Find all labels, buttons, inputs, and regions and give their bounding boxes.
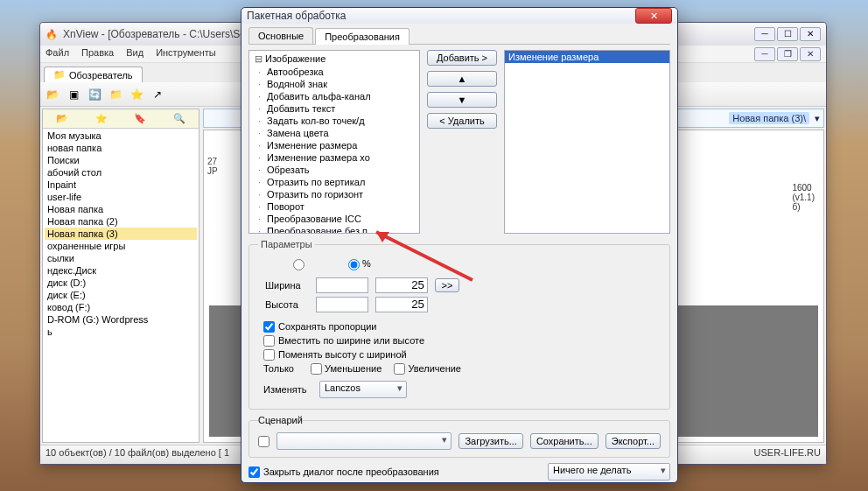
radio-pixels[interactable]: [293, 258, 304, 270]
height-pct-input[interactable]: [375, 297, 428, 312]
fav-folders-icon[interactable]: 📂: [56, 113, 68, 124]
breadcrumb-current[interactable]: Новая папка (3)\: [729, 112, 809, 124]
width-px-input[interactable]: [316, 277, 368, 293]
mdi-close[interactable]: ✕: [800, 47, 821, 61]
scenario-save-button[interactable]: Сохранить...: [530, 433, 598, 449]
close-button[interactable]: ✕: [800, 27, 821, 41]
transform-tree[interactable]: ИзображениеАвтообрезкаВодяной знакДобави…: [248, 50, 420, 234]
tree-node[interactable]: Автообрезка: [251, 66, 416, 78]
folder-item[interactable]: сылки: [45, 252, 197, 264]
folder-item[interactable]: диск (E:): [45, 289, 197, 301]
folder-item[interactable]: Новая папка (2): [45, 215, 197, 228]
selected-ops-list[interactable]: Изменение размера: [504, 50, 670, 234]
status-left: 10 объект(ов) / 10 файл(ов) выделено [ 1: [46, 447, 229, 462]
thumb-dim: б): [792, 202, 815, 212]
width-pct-input[interactable]: [375, 277, 428, 293]
tree-node[interactable]: Изображение: [251, 53, 416, 66]
scenario-enable-checkbox[interactable]: [258, 436, 270, 447]
menu-file[interactable]: Файл: [46, 47, 69, 60]
tree-node[interactable]: Преобразование без п: [251, 225, 416, 234]
only-decrease-checkbox[interactable]: Уменьшение: [311, 363, 382, 375]
keep-ratio-checkbox[interactable]: Сохранять пропорции: [263, 321, 661, 333]
tab-transforms[interactable]: Преобразования: [315, 28, 410, 45]
menu-view[interactable]: Вид: [126, 47, 144, 60]
folder-item[interactable]: ндекс.Диск: [45, 264, 197, 277]
mdi-restore[interactable]: ❐: [777, 47, 798, 61]
scenario-load-button[interactable]: Загрузить...: [458, 433, 522, 449]
height-label: Высота: [265, 299, 309, 310]
tree-node[interactable]: Поворот: [251, 200, 416, 213]
selected-op[interactable]: Изменение размера: [505, 51, 669, 63]
tree-node[interactable]: Преобразование ICC: [251, 213, 416, 225]
tool-fav-icon[interactable]: ⭐: [128, 86, 145, 103]
after-action-combo[interactable]: Ничего не делать: [548, 463, 670, 480]
tree-node[interactable]: Добавить альфа-канал: [251, 90, 416, 102]
thumb-label: JP: [207, 166, 225, 176]
folder-list[interactable]: Моя музыкановая папкаПоискиабочий стол I…: [43, 129, 199, 442]
folder-item[interactable]: новая папка: [45, 142, 197, 154]
maximize-button[interactable]: ☐: [777, 27, 798, 41]
folder-item[interactable]: абочий стол: [45, 166, 197, 179]
tool-export-icon[interactable]: ↗: [149, 86, 166, 103]
swap-checkbox[interactable]: Поменять высоту с шириной: [263, 349, 661, 361]
dialog-close-button[interactable]: ✕: [635, 8, 672, 24]
tree-node[interactable]: Изменение размера хо: [251, 151, 416, 164]
fav-search-icon[interactable]: 🔍: [173, 113, 186, 124]
minimize-button[interactable]: ─: [754, 27, 775, 41]
tree-node[interactable]: Замена цвета: [251, 127, 416, 139]
folder-item[interactable]: ь: [45, 326, 197, 338]
thumb-dim: (v1.1): [792, 193, 815, 202]
remove-button[interactable]: < Удалить: [427, 113, 497, 129]
scenario-legend: Сценарий: [258, 415, 303, 425]
tree-node[interactable]: Обрезать: [251, 164, 416, 176]
folder-item[interactable]: Моя музыка: [45, 130, 197, 142]
tree-node[interactable]: Изменение размера: [251, 139, 416, 151]
menu-edit[interactable]: Правка: [81, 47, 114, 60]
batch-dialog: Пакетная обработка ✕ Основные Преобразов…: [241, 7, 678, 483]
tree-node[interactable]: Водяной знак: [251, 78, 416, 90]
width-label: Ширина: [265, 280, 309, 291]
radio-percent[interactable]: %: [348, 258, 371, 270]
menu-tools[interactable]: Инструменты: [156, 47, 216, 60]
height-px-input[interactable]: [316, 297, 368, 312]
resample-combo[interactable]: Lanczos: [319, 381, 407, 398]
fav-star-icon[interactable]: ⭐: [95, 113, 108, 124]
tree-node[interactable]: Добавить текст: [251, 102, 416, 115]
move-down-button[interactable]: ▼: [427, 92, 497, 108]
tree-node[interactable]: Отразить по горизонт: [251, 188, 416, 200]
folder-item[interactable]: D-ROM (G:) Wordpress: [45, 313, 197, 326]
tab-basic[interactable]: Основные: [248, 27, 313, 44]
tool-open-icon[interactable]: 📁: [107, 86, 124, 103]
apply-dim-button[interactable]: >>: [435, 278, 459, 292]
chevron-down-icon[interactable]: ▾: [815, 113, 820, 124]
tool-folder-icon[interactable]: 📂: [44, 86, 61, 103]
scenario-group: Сценарий Загрузить... Сохранить... Экспо…: [248, 415, 670, 458]
scenario-combo[interactable]: [276, 432, 452, 450]
folder-item[interactable]: user-life: [45, 191, 197, 203]
tree-node[interactable]: Отразить по вертикал: [251, 176, 416, 188]
folder-item[interactable]: охраненные игры: [45, 240, 197, 252]
fit-checkbox[interactable]: Вместить по ширине или высоте: [263, 335, 661, 347]
move-up-button[interactable]: ▲: [427, 71, 497, 87]
tool-fit-icon[interactable]: ▣: [65, 86, 82, 103]
tree-node[interactable]: Задать кол-во точек/д: [251, 115, 416, 127]
scenario-export-button[interactable]: Экспорт...: [606, 433, 661, 449]
folder-item[interactable]: ковод (F:): [45, 301, 197, 313]
app-icon: 🔥: [46, 29, 58, 40]
params-group: Параметры % Ширина >> Высота Сохранять п…: [248, 239, 670, 410]
resample-label: Изменять: [263, 384, 316, 395]
fav-tag-icon[interactable]: 🔖: [134, 113, 146, 124]
close-after-checkbox[interactable]: Закрыть диалог после преобразования: [248, 466, 439, 478]
add-button[interactable]: Добавить >: [427, 50, 497, 66]
dialog-titlebar: Пакетная обработка ✕: [242, 8, 677, 24]
folder-item[interactable]: диск (D:): [45, 277, 197, 289]
only-increase-checkbox[interactable]: Увеличение: [394, 363, 461, 375]
tool-refresh-icon[interactable]: 🔄: [86, 86, 103, 103]
folder-panel: 📂 ⭐ 🔖 🔍 Моя музыкановая папкаПоискиабочи…: [42, 109, 200, 443]
folder-item[interactable]: Новая папка (3): [45, 228, 197, 240]
folder-item[interactable]: Поиски: [45, 154, 197, 166]
folder-item[interactable]: Новая папка: [45, 203, 197, 215]
tab-browser[interactable]: 📁 Обозреватель: [44, 67, 143, 82]
mdi-minimize[interactable]: ─: [754, 47, 775, 61]
folder-item[interactable]: Inpaint: [45, 179, 197, 191]
